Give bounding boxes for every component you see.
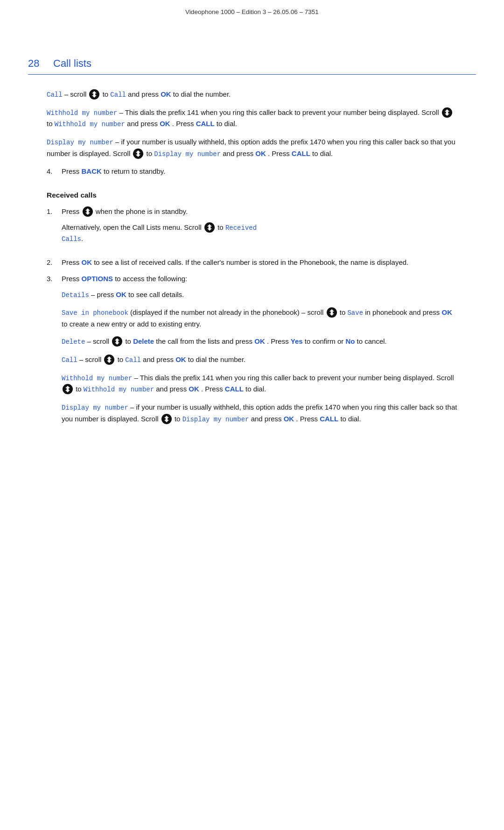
step-3-content: Press OPTIONS to access the following: [62, 273, 457, 284]
received-steps-list: 1. Press when the phone is in standby. A… [47, 206, 457, 284]
scroll-icon-2 [442, 107, 452, 118]
para-withhold-1: Withhold my number – This dials the pref… [47, 107, 457, 130]
no-label: No [345, 337, 355, 345]
scroll-icon-8 [104, 355, 114, 365]
scroll-icon-10 [161, 414, 172, 424]
para-call: Call – scroll to Call and press OK to di… [47, 89, 457, 100]
step-4-content: Press BACK to return to standby. [62, 166, 457, 177]
term-withhold-2: Withhold my number [62, 375, 132, 382]
term-delete: Delete [62, 338, 85, 346]
term-call-2: Call [110, 91, 126, 99]
ok-9: OK [189, 385, 199, 393]
option-save: Save in phonebook (displayed if the numb… [62, 307, 457, 329]
back-label: BACK [82, 167, 102, 175]
call-1: CALL [196, 120, 215, 128]
option-withhold2: Withhold my number – This dials the pref… [62, 372, 457, 395]
received-step-2: 2. Press OK to see a list of received ca… [47, 257, 457, 268]
para-display-1: Display my number – if your number is us… [47, 136, 457, 159]
option-details: Details – press OK to see call details. [62, 289, 457, 301]
term-withhold-2b: Withhold my number [84, 386, 154, 393]
step-1-content: Press when the phone is in standby. Alte… [62, 206, 457, 251]
options-label: OPTIONS [82, 275, 113, 283]
main-content: Call – scroll to Call and press OK to di… [0, 89, 504, 450]
call-2: CALL [292, 149, 310, 157]
step-2-num: 2. [47, 257, 57, 268]
term-call2: Call [62, 356, 77, 364]
step-1-num: 1. [47, 206, 57, 251]
page-header: Videophone 1000 – Edition 3 – 26.05.06 –… [0, 0, 504, 20]
scroll-icon-9 [63, 384, 73, 394]
term-display-1: Display my number [47, 139, 113, 146]
scroll-icon-6 [327, 307, 337, 318]
term-details: Details [62, 291, 89, 299]
chapter-title: Call lists [53, 57, 91, 70]
term-save-2: Save [347, 309, 363, 317]
term-display-2b: Display my number [182, 416, 249, 423]
term-withhold-1b: Withhold my number [55, 121, 125, 128]
ok-6: OK [442, 308, 453, 316]
term-received-calls: ReceivedCalls [62, 224, 257, 243]
received-calls-section: Received calls 1. Press when the phone i… [47, 191, 457, 425]
yes-label: Yes [291, 337, 303, 345]
call-3: CALL [225, 385, 244, 393]
scroll-icon-7 [112, 336, 122, 347]
option-display2: Display my number – if your number is us… [62, 402, 457, 425]
term-call: Call [47, 91, 63, 99]
received-step-3: 3. Press OPTIONS to access the following… [47, 273, 457, 284]
scroll-icon-4 [83, 206, 93, 217]
step-3-num: 3. [47, 273, 57, 284]
scroll-icon-5 [204, 222, 215, 233]
received-calls-heading: Received calls [47, 191, 457, 199]
term-display-1b: Display my number [154, 150, 221, 158]
delete-bold: Delete [133, 337, 154, 345]
chapter-number: 28 [28, 57, 42, 70]
option-delete: Delete – scroll to Delete the call from … [62, 336, 457, 348]
step-list-1: 4. Press BACK to return to standby. [47, 166, 457, 177]
term-save: Save in phonebook [62, 309, 128, 317]
term-display-2: Display my number [62, 404, 128, 411]
step-4: 4. Press BACK to return to standby. [47, 166, 457, 177]
ok-3: OK [255, 149, 266, 157]
term-call2b: Call [125, 356, 141, 364]
received-step-1: 1. Press when the phone is in standby. A… [47, 206, 457, 251]
ok-7: OK [254, 337, 265, 345]
ok-2: OK [160, 120, 170, 128]
step-1-sub: Alternatively, open the Call Lists menu.… [62, 222, 457, 245]
option-call2: Call – scroll to Call and press OK to di… [62, 354, 457, 366]
scroll-icon-1 [89, 89, 99, 99]
term-withhold-1: Withhold my number [47, 109, 117, 117]
step-2-content: Press OK to see a list of received calls… [62, 257, 457, 268]
ok-5: OK [116, 291, 126, 298]
ok-1: OK [161, 90, 171, 98]
chapter-rule [28, 74, 476, 75]
call-4: CALL [320, 415, 338, 423]
ok-4: OK [82, 258, 92, 266]
ok-8: OK [175, 355, 186, 363]
step-4-num: 4. [47, 166, 57, 177]
ok-10: OK [284, 415, 294, 423]
options-list: Details – press OK to see call details. … [62, 289, 457, 425]
chapter-heading: 28 Call lists [0, 20, 504, 74]
scroll-icon-3 [133, 149, 143, 159]
